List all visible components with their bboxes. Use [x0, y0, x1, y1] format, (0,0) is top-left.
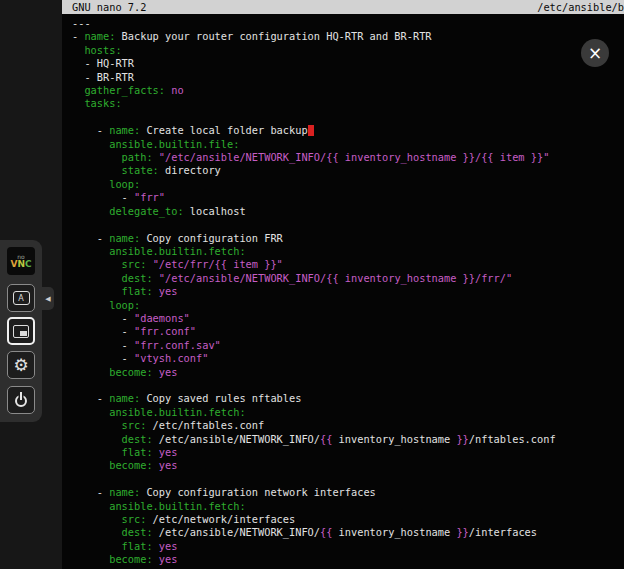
code-line: - name: Create local folder backup: [72, 124, 624, 137]
code-token: "/etc/ansible/NETWORK_INFO/{{ inventory_…: [159, 272, 512, 284]
code-line: [72, 473, 624, 486]
code-token: delegate_to:: [109, 205, 183, 217]
code-line: path: "/etc/ansible/NETWORK_INFO/{{ inve…: [72, 151, 624, 164]
code-token: yes: [159, 366, 178, 378]
code-line: become: yes: [72, 459, 624, 472]
code-token: "frr.conf": [134, 325, 196, 337]
code-token: Backup your router configuration HQ-RTR …: [115, 30, 431, 42]
code-line: dest: /etc/ansible/NETWORK_INFO/{{ inven…: [72, 526, 624, 539]
code-line: delegate_to: localhost: [72, 205, 624, 218]
code-token: "daemons": [134, 312, 190, 324]
code-token: {{: [320, 433, 332, 445]
code-token: -: [72, 232, 109, 244]
code-token: [72, 526, 122, 538]
code-line: - name: Copy saved rules nftables: [72, 392, 624, 405]
code-token: Copy configuration network interfaces: [140, 486, 376, 498]
code-token: [72, 151, 122, 163]
code-line: - BR-RTR: [72, 71, 624, 84]
code-line: hosts:: [72, 44, 624, 57]
control-bar-handle[interactable]: ◀: [42, 287, 54, 310]
code-token: gather_facts:: [84, 84, 165, 96]
code-token: [72, 540, 122, 552]
code-token: [72, 245, 109, 257]
code-token: name:: [109, 124, 140, 136]
code-token: src:: [122, 419, 147, 431]
code-token: src:: [122, 513, 147, 525]
code-line: ansible.builtin.fetch:: [72, 500, 624, 513]
code-token: "/etc/ansible/NETWORK_INFO/{{ inventory_…: [159, 151, 550, 163]
code-token: }}: [456, 526, 468, 538]
code-area[interactable]: ---- name: Backup your router configurat…: [62, 14, 624, 567]
code-token: flat:: [122, 446, 153, 458]
code-token: "frr.conf.sav": [134, 339, 221, 351]
code-line: - HQ-RTR: [72, 57, 624, 70]
code-token: ansible.builtin.file:: [109, 138, 239, 150]
code-line: src: "/etc/frr/{{ item }}": [72, 258, 624, 271]
code-token: [72, 459, 109, 471]
code-token: /etc/ansible/NETWORK_INFO/: [153, 526, 320, 538]
code-line: - name: Copy configuration FRR: [72, 232, 624, 245]
code-token: ansible.builtin.fetch:: [109, 500, 245, 512]
code-token: [72, 205, 109, 217]
code-token: [72, 366, 109, 378]
code-token: dest:: [122, 433, 153, 445]
code-token: [72, 500, 109, 512]
code-token: -: [72, 352, 134, 364]
code-token: -: [72, 312, 134, 324]
code-token: dest:: [122, 526, 153, 538]
code-line: ansible.builtin.file:: [72, 138, 624, 151]
code-token: yes: [159, 540, 178, 552]
code-token: -: [72, 191, 134, 203]
code-token: [72, 84, 84, 96]
code-line: - "frr.conf": [72, 325, 624, 338]
code-line: ---: [72, 17, 624, 30]
code-line: src: /etc/nftables.conf: [72, 419, 624, 432]
nano-titlebar: GNU nano 7.2 /etc/ansible/b: [62, 0, 624, 14]
code-token: localhost: [184, 205, 246, 217]
code-line: - "daemons": [72, 312, 624, 325]
code-line: loop:: [72, 299, 624, 312]
code-line: ansible.builtin.fetch:: [72, 406, 624, 419]
settings-button[interactable]: ⚙: [7, 351, 35, 379]
code-token: /nftables.conf: [469, 433, 556, 445]
code-token: [72, 419, 122, 431]
chevron-left-icon: ◀: [45, 295, 50, 303]
code-line: dest: /etc/ansible/NETWORK_INFO/{{ inven…: [72, 433, 624, 446]
close-button[interactable]: ×: [581, 39, 609, 67]
code-line: ansible.builtin.fetch:: [72, 245, 624, 258]
code-token: /interfaces: [469, 526, 537, 538]
nano-version: GNU nano 7.2: [72, 0, 146, 14]
code-token: [72, 178, 109, 190]
code-line: flat: yes: [72, 540, 624, 553]
code-token: Copy saved rules nftables: [140, 392, 301, 404]
code-token: yes: [159, 285, 178, 297]
code-token: - HQ-RTR: [72, 57, 134, 69]
code-token: [72, 433, 122, 445]
power-button[interactable]: [7, 386, 35, 414]
code-line: flat: yes: [72, 446, 624, 459]
code-token: -: [72, 124, 109, 136]
code-token: become:: [109, 459, 152, 471]
code-token: hosts:: [84, 44, 121, 56]
close-icon: ×: [588, 45, 602, 62]
code-line: state: directory: [72, 164, 624, 177]
code-line: tasks:: [72, 97, 624, 110]
code-token: }}: [456, 433, 468, 445]
code-token: name:: [84, 30, 115, 42]
code-token: src:: [122, 258, 147, 270]
code-token: flat:: [122, 540, 153, 552]
keyboard-button[interactable]: A: [7, 284, 35, 312]
code-token: flat:: [122, 285, 153, 297]
code-token: inventory_hostname: [332, 433, 456, 445]
novnc-logo: no VNC: [7, 247, 35, 275]
code-token: ansible.builtin.fetch:: [109, 406, 245, 418]
code-token: tasks:: [84, 97, 121, 109]
code-line: become: yes: [72, 366, 624, 379]
fullscreen-icon: [13, 325, 29, 338]
code-token: no: [171, 84, 183, 96]
code-token: directory: [159, 164, 221, 176]
code-line: [72, 379, 624, 392]
code-token: [72, 285, 122, 297]
code-token: [72, 553, 109, 565]
fullscreen-button[interactable]: [7, 317, 35, 345]
